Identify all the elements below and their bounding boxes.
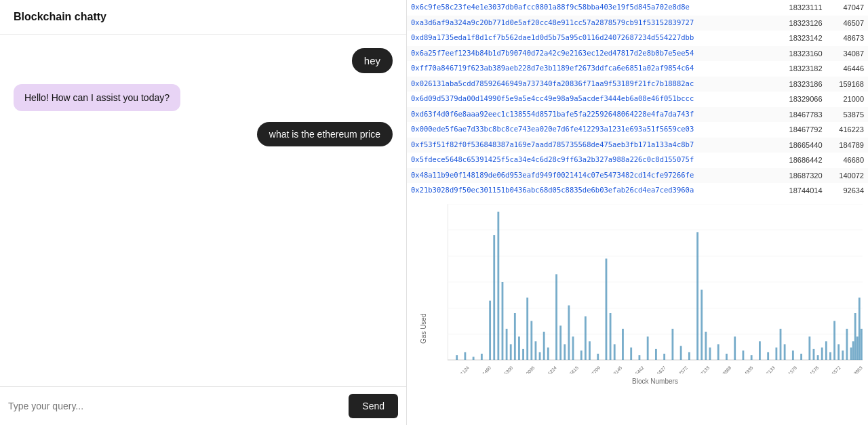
chart-bar: [539, 352, 541, 360]
chart-bar: [825, 341, 827, 360]
chart-bar: [456, 355, 458, 360]
chart-bar: [734, 336, 736, 360]
table-row: 0xd63f4d0f6e8aaa92eec1c138554d8571bafe5f…: [407, 107, 868, 123]
tx-hash: 0x026131aba5cdd78592646949a737340fa20836…: [407, 77, 774, 92]
chart-bar: [610, 313, 612, 360]
transaction-table: 0x6c9fe58c23fe4e1e3037db0afcc0801a88f9c5…: [407, 0, 868, 199]
tx-gas: 184789: [827, 138, 868, 153]
chart-bar: [842, 350, 844, 360]
right-panel: 0x6c9fe58c23fe4e1e3037db0afcc0801a88f9c5…: [407, 0, 868, 425]
chart-x-axis-label: Block Numbers: [448, 378, 863, 388]
svg-text:12490095: 12490095: [518, 365, 536, 373]
chart-bar: [630, 347, 632, 359]
chart-bar: [663, 353, 665, 359]
chart-bar: [506, 329, 508, 360]
chart-bar: [514, 313, 516, 360]
chart-bar: [473, 357, 475, 360]
tx-block: 18323182: [774, 61, 827, 77]
chart-bar: [688, 352, 690, 360]
svg-text:12181124: 12181124: [452, 365, 470, 373]
tx-block: 18467792: [774, 122, 827, 138]
tx-gas: 46680: [827, 153, 868, 168]
table-row: 0x6c9fe58c23fe4e1e3037db0afcc0801a88f9c5…: [407, 0, 868, 16]
chart-bar: [705, 331, 707, 359]
chart-bar: [751, 355, 753, 360]
chart-bar: [647, 336, 649, 360]
chart-bar: [522, 348, 524, 359]
chart-bar: [535, 341, 537, 360]
chart-area: Gas Used 1,200,000 1,000,000 800,000 600…: [407, 199, 868, 422]
svg-text:11798199: 11798199: [448, 365, 448, 373]
tx-block: 18329066: [774, 92, 827, 107]
chart-bar: [568, 305, 570, 360]
chart-bar: [481, 353, 483, 359]
chart-bar: [775, 347, 777, 359]
svg-text:13405627: 13405627: [649, 365, 667, 373]
svg-text:13407572: 13407572: [671, 365, 689, 373]
chart-bar: [680, 346, 682, 360]
tx-block: 18323111: [774, 0, 827, 16]
tx-hash: 0x5fdece5648c65391425f5ca34e4c6d28c9ff63…: [407, 153, 774, 168]
chart-bar: [580, 350, 583, 360]
svg-text:14768868: 14768868: [715, 365, 732, 373]
table-row: 0xf53f51f82f0f536848387a169e7aadd7857355…: [407, 138, 868, 153]
tx-gas: 140072: [827, 168, 868, 184]
tx-block: 18467783: [774, 107, 827, 123]
chart-bar: [701, 289, 703, 360]
tx-block: 18665440: [774, 138, 827, 153]
table-row: 0x026131aba5cdd78592646949a737340fa20836…: [407, 77, 868, 92]
chart-bar: [833, 321, 835, 360]
table-row: 0x6d09d5379da00d14990f5e9a5e4cc49e98a9a5…: [407, 92, 868, 107]
chart-bar: [852, 341, 854, 360]
table-row: 0xff70a846719f623ab389aeb228d7e3b1189ef2…: [407, 61, 868, 77]
chat-title: Blockchain chatty: [0, 0, 406, 35]
chart-y-axis-label: Gas Used: [420, 314, 427, 344]
tx-gas: 46507: [827, 16, 868, 31]
svg-text:12865615: 12865615: [562, 365, 580, 373]
tx-block: 18323186: [774, 77, 827, 92]
chart-bar: [547, 347, 549, 359]
tx-gas: 47047: [827, 0, 868, 16]
chat-input[interactable]: [8, 401, 343, 411]
tx-gas: 416223: [827, 122, 868, 138]
svg-text:12375300: 12375300: [496, 365, 514, 373]
tx-hash: 0xff70a846719f623ab389aeb228d7e3b1189ef2…: [407, 61, 774, 77]
tx-hash: 0xd89a1735eda1f8d1cf7b562dae1d0d5b75a95c…: [407, 31, 774, 46]
chart-bar: [808, 336, 810, 360]
send-button[interactable]: Send: [349, 394, 398, 418]
chart-bar: [726, 353, 728, 359]
chart-bar: [464, 352, 466, 360]
chart-bar: [493, 235, 495, 360]
chart-bar: [821, 347, 823, 359]
chart-bar: [784, 344, 786, 360]
chart-bar: [856, 336, 859, 360]
chart-bar: [585, 316, 587, 359]
chart-bar: [614, 344, 616, 360]
svg-text:16991578: 16991578: [781, 365, 798, 373]
tx-hash: 0x48a11b9e0f148189de06d953eafd949f002141…: [407, 168, 774, 184]
chart-bar: [606, 258, 608, 360]
chart-bar: [510, 344, 512, 360]
chart-bar: [829, 352, 831, 360]
table-row: 0x000ede5f6ae7d33bc8bc8ce743ea020e7d6fe4…: [407, 122, 868, 138]
chart-bar: [759, 341, 761, 360]
chart-container: Gas Used 1,200,000 1,000,000 800,000 600…: [407, 199, 868, 422]
tx-hash: 0x6d09d5379da00d14990f5e9a5e4cc49e98a9a5…: [407, 92, 774, 107]
chart-bar: [854, 313, 856, 360]
tx-gas: 46446: [827, 61, 868, 77]
tx-block: 18686442: [774, 153, 827, 168]
tx-hash: 0x6c9fe58c23fe4e1e3037db0afcc0801a88f9c5…: [407, 0, 774, 16]
svg-text:13147709: 13147709: [584, 365, 601, 373]
chart-bar: [559, 325, 561, 360]
chart-bar: [622, 329, 624, 360]
table-row: 0x48a11b9e0f148189de06d953eafd949f002141…: [407, 168, 868, 184]
svg-text:13407133: 13407133: [693, 365, 711, 373]
chart-bar: [709, 347, 711, 359]
tx-gas: 48673: [827, 31, 868, 46]
chart-bar: [696, 232, 698, 360]
svg-text:15524935: 15524935: [736, 365, 754, 373]
chart-bar: [572, 336, 574, 360]
chart-svg: 1,200,000 1,000,000 800,000 600,000 400,…: [448, 204, 863, 373]
svg-text:16917133: 16917133: [758, 365, 776, 373]
chart-bar: [800, 353, 802, 359]
